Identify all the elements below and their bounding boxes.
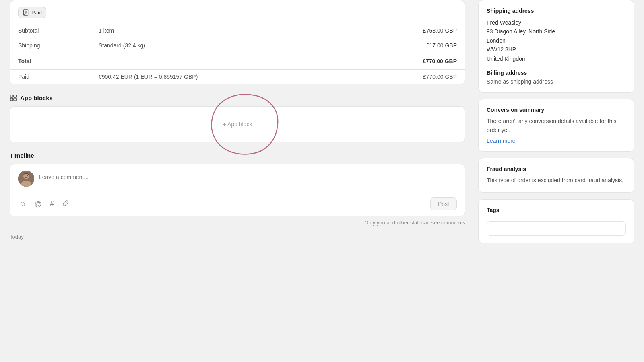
app-blocks-container[interactable]: + App block	[10, 106, 465, 142]
timeline-card: ☺ @ # Post	[10, 164, 465, 216]
app-blocks-icon	[10, 94, 17, 101]
comment-area	[10, 164, 465, 193]
address-country: United Kingdom	[487, 54, 626, 63]
address-name: Fred Weasley	[487, 18, 626, 27]
subtotal-amount: £753.00 GBP	[351, 23, 465, 38]
app-blocks-title: App blocks	[10, 93, 465, 101]
shipping-detail: Standard (32.4 kg)	[91, 38, 351, 53]
comment-input[interactable]	[39, 171, 457, 183]
toolbar-icons: ☺ @ #	[18, 199, 70, 210]
avatar-image	[18, 171, 34, 187]
tags-input[interactable]	[487, 221, 626, 236]
shipping-label: Shipping	[10, 38, 91, 53]
today-label: Today	[10, 230, 465, 241]
toolbar-row: ☺ @ # Post	[10, 193, 465, 216]
shipping-row: Shipping Standard (32.4 kg) £17.00 GBP	[10, 38, 465, 53]
subtotal-label: Subtotal	[10, 23, 91, 38]
order-summary-table: Subtotal 1 item £753.00 GBP Shipping Sta…	[10, 23, 465, 84]
address-city: London	[487, 36, 626, 45]
address-street: 93 Diagon Alley, North Side	[487, 27, 626, 36]
fraud-analysis-title: Fraud analysis	[487, 166, 626, 172]
fraud-analysis-card: Fraud analysis This type of order is exc…	[478, 158, 634, 193]
timeline-title: Timeline	[10, 150, 465, 159]
paid-row-detail: €900.42 EUR (1 EUR = 0.855157 GBP)	[91, 70, 351, 84]
paid-row-amount: £770.00 GBP	[351, 70, 465, 84]
paid-badge-label: Paid	[31, 10, 42, 16]
svg-point-8	[25, 175, 25, 176]
tags-card: Tags	[478, 199, 634, 243]
paid-row: Paid €900.42 EUR (1 EUR = 0.855157 GBP) …	[10, 70, 465, 84]
timeline-section: Timeline	[10, 150, 465, 241]
svg-point-9	[27, 175, 28, 176]
svg-rect-4	[14, 98, 16, 101]
tags-title: Tags	[487, 207, 626, 213]
shipping-address-content: Fred Weasley 93 Diagon Alley, North Side…	[487, 18, 626, 63]
fraud-analysis-text: This type of order is excluded from card…	[487, 176, 626, 185]
shipping-address-title: Shipping address	[487, 8, 626, 14]
svg-rect-2	[14, 95, 16, 97]
link-button[interactable]	[61, 199, 70, 210]
conversion-summary-title: Conversion summary	[487, 107, 626, 113]
conversion-summary-card: Conversion summary There aren't any conv…	[478, 99, 634, 152]
payment-card: Paid Subtotal 1 item £753.00 GBP Shippin…	[10, 0, 465, 84]
address-postcode: WW12 3HP	[487, 45, 626, 54]
svg-rect-3	[10, 98, 13, 101]
paid-row-label: Paid	[10, 70, 91, 84]
billing-address-value: Same as shipping address	[487, 78, 626, 85]
shipping-address-card: Shipping address Fred Weasley 93 Diagon …	[478, 0, 634, 93]
app-blocks-section: App blocks + App block	[10, 93, 465, 142]
learn-more-link[interactable]: Learn more	[487, 138, 516, 144]
staff-note: Only you and other staff can see comment…	[10, 220, 465, 230]
subtotal-row: Subtotal 1 item £753.00 GBP	[10, 23, 465, 38]
conversion-summary-text: There aren't any conversion details avai…	[487, 117, 626, 134]
emoji-button[interactable]: ☺	[18, 199, 27, 210]
total-amount: £770.00 GBP	[351, 53, 465, 70]
total-row: Total £770.00 GBP	[10, 53, 465, 70]
billing-address-title: Billing address	[487, 70, 626, 76]
avatar	[18, 171, 34, 187]
hashtag-button[interactable]: #	[49, 199, 55, 210]
post-button[interactable]: Post	[430, 197, 457, 210]
paid-badge: Paid	[18, 7, 46, 18]
mention-button[interactable]: @	[33, 199, 42, 210]
receipt-icon	[23, 9, 29, 16]
shipping-amount: £17.00 GBP	[351, 38, 465, 53]
total-label: Total	[10, 53, 91, 70]
svg-rect-1	[10, 95, 13, 97]
add-app-block-button[interactable]: + App block	[217, 118, 259, 131]
subtotal-qty: 1 item	[91, 23, 351, 38]
right-sidebar: Shipping address Fred Weasley 93 Diagon …	[475, 0, 644, 362]
